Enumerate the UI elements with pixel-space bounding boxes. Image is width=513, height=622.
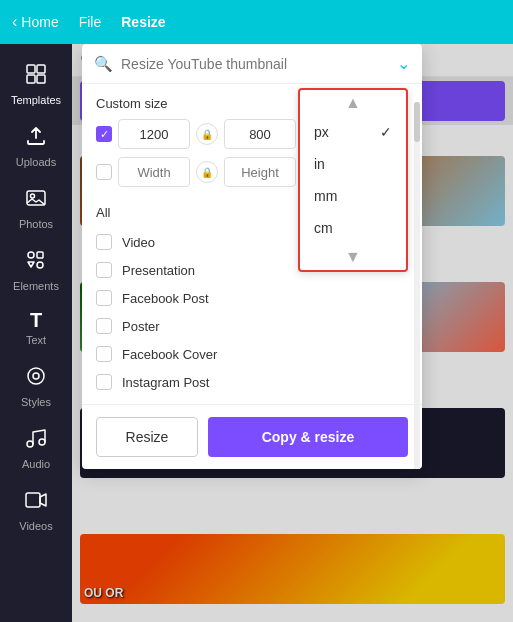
audio-icon	[24, 426, 48, 454]
sidebar-label-photos: Photos	[19, 218, 53, 230]
modal-search-icon: 🔍	[94, 55, 113, 73]
category-facebook-post-label: Facebook Post	[122, 291, 209, 306]
svg-point-12	[39, 439, 45, 445]
sidebar-label-text: Text	[26, 334, 46, 346]
lock-icon-2[interactable]: 🔒	[196, 161, 218, 183]
nav-home-label: Home	[21, 14, 58, 30]
sidebar-label-uploads: Uploads	[16, 156, 56, 168]
unit-px-label: px	[314, 124, 329, 140]
uploads-icon	[24, 124, 48, 152]
templates-icon	[24, 62, 48, 90]
width-placeholder-input[interactable]	[118, 157, 190, 187]
category-instagram-post[interactable]: Instagram Post	[96, 368, 408, 396]
size-checkbox-empty[interactable]	[96, 164, 112, 180]
sidebar-item-photos[interactable]: Photos	[0, 176, 72, 238]
modal-search-bar: 🔍 ⌄	[82, 44, 422, 84]
main-layout: Templates Uploads Photos	[0, 44, 513, 622]
videos-icon	[24, 488, 48, 516]
unit-option-cm[interactable]: cm	[300, 212, 406, 244]
unit-option-mm[interactable]: mm	[300, 180, 406, 212]
svg-rect-13	[26, 493, 40, 507]
height-input[interactable]	[224, 119, 296, 149]
canvas-area: 🔍 Search Images AlgerBuild... e OU OR	[72, 44, 513, 622]
svg-rect-0	[27, 65, 35, 73]
modal-overlay: 🔍 ⌄ Custom size ✓ 🔒	[72, 44, 513, 622]
dropdown-scroll-down[interactable]: ▼	[300, 244, 406, 270]
svg-point-6	[28, 252, 34, 258]
svg-rect-7	[37, 252, 43, 258]
cat-checkbox-video[interactable]	[96, 234, 112, 250]
unit-in-label: in	[314, 156, 325, 172]
unit-mm-label: mm	[314, 188, 337, 204]
lock-icon[interactable]: 🔒	[196, 123, 218, 145]
unit-option-px[interactable]: px ✓	[300, 116, 406, 148]
svg-rect-1	[37, 65, 45, 73]
cat-checkbox-facebook-post[interactable]	[96, 290, 112, 306]
text-icon: T	[30, 310, 42, 330]
chevron-left-icon: ‹	[12, 13, 17, 31]
category-instagram-post-label: Instagram Post	[122, 375, 209, 390]
modal-footer: Resize Copy & resize	[82, 404, 422, 469]
sidebar-label-videos: Videos	[19, 520, 52, 532]
category-presentation-label: Presentation	[122, 263, 195, 278]
svg-rect-2	[27, 75, 35, 83]
resize-button[interactable]: Resize	[96, 417, 198, 457]
sidebar-item-styles[interactable]: Styles	[0, 354, 72, 416]
elements-icon	[24, 248, 48, 276]
cat-checkbox-presentation[interactable]	[96, 262, 112, 278]
size-checkbox-checked[interactable]: ✓	[96, 126, 112, 142]
svg-point-10	[33, 373, 39, 379]
unit-check-icon: ✓	[380, 124, 392, 140]
dropdown-scroll-up[interactable]: ▲	[300, 90, 406, 116]
height-placeholder-input[interactable]	[224, 157, 296, 187]
category-facebook-cover[interactable]: Facebook Cover	[96, 340, 408, 368]
top-nav: ‹ Home File Resize	[0, 0, 513, 44]
unit-cm-label: cm	[314, 220, 333, 236]
cat-checkbox-facebook-cover[interactable]	[96, 346, 112, 362]
modal-scroll-thumb[interactable]	[414, 102, 420, 142]
nav-file-button[interactable]: File	[79, 14, 102, 30]
category-facebook-post[interactable]: Facebook Post	[96, 284, 408, 312]
category-poster[interactable]: Poster	[96, 312, 408, 340]
custom-size-section: Custom size ✓ 🔒 ▲ px ✓	[82, 84, 422, 187]
sidebar-item-videos[interactable]: Videos	[0, 478, 72, 540]
category-facebook-cover-label: Facebook Cover	[122, 347, 217, 362]
sidebar-item-audio[interactable]: Audio	[0, 416, 72, 478]
svg-rect-3	[37, 75, 45, 83]
sidebar-item-elements[interactable]: Elements	[0, 238, 72, 300]
svg-rect-8	[37, 262, 43, 268]
sidebar-label-elements: Elements	[13, 280, 59, 292]
styles-icon	[24, 364, 48, 392]
nav-resize-button[interactable]: Resize	[121, 14, 165, 30]
sidebar-item-templates[interactable]: Templates	[0, 52, 72, 114]
sidebar-item-uploads[interactable]: Uploads	[0, 114, 72, 176]
cat-checkbox-instagram-post[interactable]	[96, 374, 112, 390]
resize-modal: 🔍 ⌄ Custom size ✓ 🔒	[82, 44, 422, 469]
width-input[interactable]	[118, 119, 190, 149]
modal-search-input[interactable]	[121, 56, 389, 72]
svg-point-11	[27, 441, 33, 447]
sidebar-label-audio: Audio	[22, 458, 50, 470]
sidebar-label-styles: Styles	[21, 396, 51, 408]
unit-option-in[interactable]: in	[300, 148, 406, 180]
sidebar-label-templates: Templates	[11, 94, 61, 106]
copy-resize-button[interactable]: Copy & resize	[208, 417, 408, 457]
category-video-label: Video	[122, 235, 155, 250]
sidebar-item-text[interactable]: T Text	[0, 300, 72, 354]
unit-dropdown: ▲ px ✓ in mm cm	[298, 88, 408, 272]
cat-checkbox-poster[interactable]	[96, 318, 112, 334]
svg-point-5	[31, 194, 35, 198]
photos-icon	[24, 186, 48, 214]
nav-home-button[interactable]: ‹ Home	[12, 13, 59, 31]
modal-search-arrow-icon[interactable]: ⌄	[397, 54, 410, 73]
svg-point-9	[28, 368, 44, 384]
category-poster-label: Poster	[122, 319, 160, 334]
modal-scrollbar[interactable]	[414, 102, 420, 469]
sidebar: Templates Uploads Photos	[0, 44, 72, 622]
